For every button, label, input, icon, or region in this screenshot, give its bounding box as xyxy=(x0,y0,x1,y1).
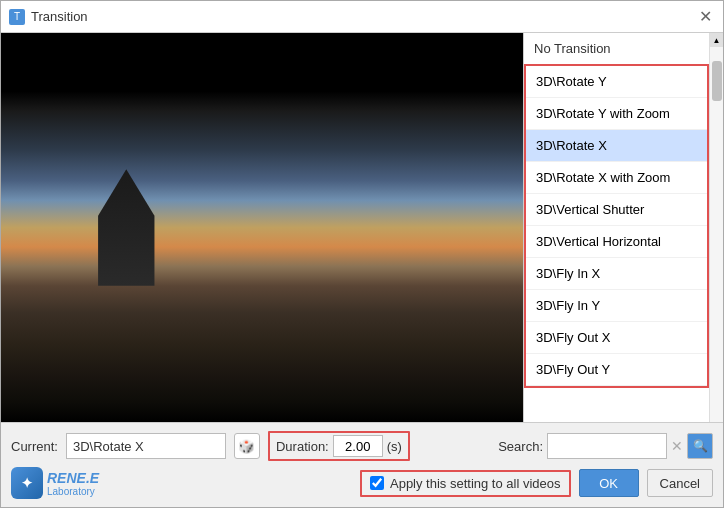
scroll-up[interactable]: ▲ xyxy=(710,33,724,47)
ok-button[interactable]: OK xyxy=(579,469,639,497)
list-item-vertical-horizontal[interactable]: 3D\Vertical Horizontal xyxy=(526,226,707,258)
list-with-scroll: No Transition 3D\Rotate Y 3D\Rotate Y wi… xyxy=(524,33,723,422)
logo-name: RENE.E xyxy=(47,470,99,486)
preview-panel xyxy=(1,33,523,422)
search-group: Search: ✕ 🔍 xyxy=(498,433,713,459)
dice-icon: 🎲 xyxy=(238,439,255,454)
list-item-fly-in-x[interactable]: 3D\Fly In X xyxy=(526,258,707,290)
apply-checkbox-group: Apply this setting to all videos xyxy=(360,470,571,497)
scroll-thumb[interactable] xyxy=(712,61,722,101)
list-item-fly-in-y[interactable]: 3D\Fly In Y xyxy=(526,290,707,322)
close-button[interactable]: ✕ xyxy=(695,7,715,27)
search-input[interactable] xyxy=(547,433,667,459)
title-bar-left: T Transition xyxy=(9,9,88,25)
list-item-rotate-y-zoom[interactable]: 3D\Rotate Y with Zoom xyxy=(526,98,707,130)
list-item-rotate-y[interactable]: 3D\Rotate Y xyxy=(526,66,707,98)
current-label: Current: xyxy=(11,439,58,454)
controls-row: Current: 🎲 Duration: (s) Search: ✕ 🔍 xyxy=(11,431,713,461)
list-item-vertical-shutter[interactable]: 3D\Vertical Shutter xyxy=(526,194,707,226)
duration-input[interactable] xyxy=(333,435,383,457)
search-button[interactable]: 🔍 xyxy=(687,433,713,459)
list-item-fly-out-x[interactable]: 3D\Fly Out X xyxy=(526,322,707,354)
list-item-rotate-x[interactable]: 3D\Rotate X xyxy=(526,130,707,162)
logo-text: RENE.E Laboratory xyxy=(47,470,99,497)
seconds-label: (s) xyxy=(387,439,402,454)
bottom-bar: Current: 🎲 Duration: (s) Search: ✕ 🔍 xyxy=(1,422,723,507)
list-group: 3D\Rotate Y 3D\Rotate Y with Zoom 3D\Rot… xyxy=(524,64,709,388)
transition-dialog: T Transition ✕ No Transition 3D\Rotate Y xyxy=(0,0,724,508)
action-row: ✦ RENE.E Laboratory Apply this setting t… xyxy=(11,467,713,499)
apply-label: Apply this setting to all videos xyxy=(390,476,561,491)
list-item-rotate-x-zoom[interactable]: 3D\Rotate X with Zoom xyxy=(526,162,707,194)
search-label: Search: xyxy=(498,439,543,454)
cancel-button[interactable]: Cancel xyxy=(647,469,713,497)
list-item-fly-out-y[interactable]: 3D\Fly Out Y xyxy=(526,354,707,386)
search-clear-icon[interactable]: ✕ xyxy=(671,438,683,454)
content-area: No Transition 3D\Rotate Y 3D\Rotate Y wi… xyxy=(1,33,723,422)
logo-area: ✦ RENE.E Laboratory xyxy=(11,467,99,499)
list-item-no-transition[interactable]: No Transition xyxy=(524,33,709,64)
scrollbar[interactable]: ▲ xyxy=(709,33,723,422)
dialog-icon: T xyxy=(9,9,25,25)
duration-group: Duration: (s) xyxy=(268,431,410,461)
current-input[interactable] xyxy=(66,433,226,459)
logo-sub: Laboratory xyxy=(47,486,99,497)
list-panel: No Transition 3D\Rotate Y 3D\Rotate Y wi… xyxy=(523,33,723,422)
apply-checkbox[interactable] xyxy=(370,476,384,490)
preview-image xyxy=(1,33,523,422)
duration-label: Duration: xyxy=(276,439,329,454)
logo-icon: ✦ xyxy=(11,467,43,499)
dialog-title: Transition xyxy=(31,9,88,24)
transition-list[interactable]: No Transition 3D\Rotate Y 3D\Rotate Y wi… xyxy=(524,33,709,422)
title-bar: T Transition ✕ xyxy=(1,1,723,33)
random-button[interactable]: 🎲 xyxy=(234,433,260,459)
search-icon: 🔍 xyxy=(693,439,708,453)
